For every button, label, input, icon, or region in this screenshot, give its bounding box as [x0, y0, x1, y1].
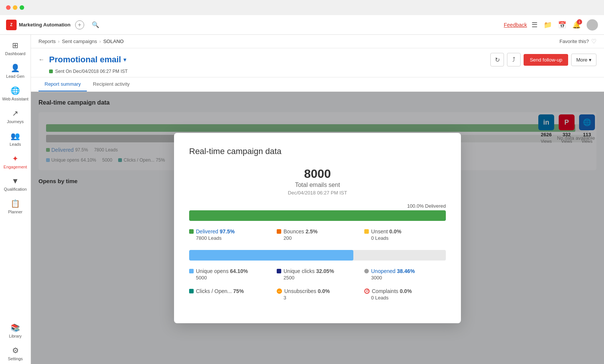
- stat-delivered: Delivered 97.5% 7800 Leads: [189, 228, 271, 241]
- search-button[interactable]: 🔍: [89, 20, 102, 30]
- sidebar-item-library[interactable]: 📚 Library: [1, 320, 30, 341]
- delivered-name[interactable]: Delivered 97.5%: [196, 228, 235, 234]
- maximize-dot[interactable]: [20, 5, 24, 10]
- app-name: Marketing Automation: [19, 22, 71, 28]
- unique-clicks-value: 2500: [284, 275, 358, 281]
- app-logo: Z Marketing Automation: [6, 20, 71, 30]
- sidebar-item-dashboard[interactable]: ⊞ Dashboard: [1, 38, 30, 59]
- sidebar-item-engagement[interactable]: ✦ Engagement: [1, 151, 30, 172]
- tab-report-summary[interactable]: Report summary: [39, 77, 87, 91]
- sidebar-label-engagement: Engagement: [3, 165, 27, 169]
- leadgen-icon: 👤: [11, 63, 20, 72]
- main-layout: ⊞ Dashboard 👤 Lead Gen 🌐 Web Assistant ↗…: [0, 35, 604, 364]
- open-progress-bar: [189, 250, 446, 261]
- unsent-value: 0 Leads: [371, 235, 446, 241]
- send-followup-button[interactable]: Send follow-up: [524, 54, 568, 66]
- sidebar-label-qualification: Qualification: [4, 187, 27, 191]
- total-emails-count: 8000: [189, 167, 446, 181]
- stat-clicks-open: Clicks / Open... 75%: [189, 288, 271, 301]
- planner-icon: 📋: [11, 199, 20, 208]
- journeys-icon: ↗: [12, 109, 18, 118]
- sidebar-label-planner: Planner: [8, 210, 23, 214]
- unopened-value: 3000: [371, 275, 446, 281]
- unsent-name: Unsent 0.0%: [371, 228, 401, 234]
- list-icon[interactable]: ☰: [532, 21, 538, 29]
- campaign-title-dropdown-icon[interactable]: ▾: [123, 57, 126, 63]
- sidebar-item-webassistant[interactable]: 🌐 Web Assistant: [1, 83, 30, 104]
- notification-badge: 1: [577, 19, 582, 25]
- settings-icon: ⚙: [12, 346, 19, 355]
- zoho-icon: Z: [6, 20, 17, 30]
- minimize-dot[interactable]: [13, 5, 17, 10]
- favorite-heart-icon[interactable]: ♡: [591, 38, 596, 45]
- modal: Real-time campaign data 8000 Total email…: [174, 133, 461, 323]
- calendar-icon[interactable]: 📅: [558, 21, 566, 29]
- refresh-icon: ↻: [495, 56, 500, 63]
- close-dot[interactable]: [6, 5, 11, 10]
- main-progress-bar: [189, 210, 446, 221]
- delivered-label-row: 100.0% Delivered: [189, 203, 446, 209]
- sidebar-item-leadgen[interactable]: 👤 Lead Gen: [1, 60, 30, 82]
- content-area: Reports › Sent campaigns › SOLANO Favori…: [31, 35, 604, 364]
- folder-icon[interactable]: 📁: [544, 21, 552, 29]
- refresh-button[interactable]: ↻: [490, 53, 504, 66]
- more-button[interactable]: More ▾: [571, 54, 596, 66]
- notifications-icon[interactable]: 🔔 1: [572, 21, 581, 29]
- breadcrumb-current: SOLANO: [103, 39, 123, 44]
- sent-label: Sent On Dec/04/2018 06:27 PM IST: [55, 69, 128, 74]
- tab-recipient-activity[interactable]: Recipient activity: [87, 77, 136, 91]
- breadcrumb-bar: Reports › Sent campaigns › SOLANO Favori…: [31, 35, 604, 48]
- campaign-title-text: Promotional email: [49, 55, 121, 65]
- total-emails-date: Dec/04/2018 06:27 PM IST: [189, 190, 446, 196]
- favorite-text: Favorite this?: [559, 39, 589, 44]
- favorite-section: Favorite this? ♡: [559, 38, 596, 45]
- sidebar-item-journeys[interactable]: ↗ Journeys: [1, 106, 30, 127]
- sent-info: Sent On Dec/04/2018 06:27 PM IST: [39, 69, 596, 77]
- modal-overlay[interactable]: Real-time campaign data 8000 Total email…: [31, 92, 604, 364]
- webassistant-icon: 🌐: [11, 86, 20, 95]
- breadcrumb-sep1: ›: [58, 39, 60, 44]
- sidebar-item-qualification[interactable]: ▼ Qualification: [1, 174, 30, 194]
- breadcrumb-sep2: ›: [99, 39, 101, 44]
- unsent-dot: [364, 229, 369, 234]
- dashboard-icon: ⊞: [12, 41, 18, 50]
- campaign-header: ← Promotional email ▾ ↻ ⤴ Send follow-up…: [31, 48, 604, 77]
- stat-unique-clicks: Unique clicks 32.05% 2500: [277, 268, 358, 281]
- share-button[interactable]: ⤴: [507, 53, 521, 66]
- bounces-dot: [277, 229, 281, 234]
- feedback-button[interactable]: Feedback: [504, 22, 527, 28]
- unsubscribes-dot: —: [277, 288, 282, 294]
- header-actions: ↻ ⤴ Send follow-up More ▾: [490, 53, 596, 66]
- progress-bar-fill: [189, 210, 446, 221]
- stats-grid-1: Delivered 97.5% 7800 Leads Bounces 2.5% …: [189, 228, 446, 241]
- clicks-open-name: Clicks / Open... 75%: [196, 288, 244, 294]
- unique-opens-name: Unique opens 64.10%: [196, 268, 248, 274]
- sidebar-item-planner[interactable]: 📋 Planner: [1, 196, 30, 217]
- sidebar-item-settings[interactable]: ⚙ Settings: [1, 343, 30, 364]
- delivered-value: 7800 Leads: [196, 235, 271, 241]
- unique-opens-value: 5000: [196, 275, 271, 281]
- tabs-row: Report summary Recipient activity: [31, 77, 604, 92]
- sidebar-label-leadgen: Lead Gen: [6, 74, 24, 79]
- sidebar-item-leads[interactable]: 👥 Leads: [1, 128, 30, 150]
- modal-title: Real-time campaign data: [189, 147, 446, 156]
- breadcrumb-sent-campaigns[interactable]: Sent campaigns: [62, 39, 97, 44]
- qualification-icon: ▼: [12, 177, 19, 185]
- top-nav: Z Marketing Automation + 🔍 Feedback ☰ 📁 …: [0, 15, 604, 35]
- breadcrumb: Reports › Sent campaigns › SOLANO: [39, 39, 124, 44]
- unique-clicks-dot: [277, 269, 281, 273]
- avatar[interactable]: [587, 19, 598, 31]
- share-icon: ⤴: [512, 56, 515, 63]
- unsubscribes-value: 3: [284, 295, 358, 301]
- sidebar-label-settings: Settings: [8, 356, 23, 361]
- back-button[interactable]: ←: [39, 56, 45, 63]
- library-icon: 📚: [11, 323, 20, 332]
- add-tab-button[interactable]: +: [75, 20, 84, 29]
- breadcrumb-reports[interactable]: Reports: [39, 39, 56, 44]
- stat-complaints: ∅ Complaints 0.0% 0 Leads: [364, 288, 446, 301]
- unique-clicks-name: Unique clicks 32.05%: [284, 268, 334, 274]
- unopened-name[interactable]: Unopened 38.46%: [371, 268, 415, 274]
- unopened-dot: [364, 269, 369, 273]
- complaints-value: 0 Leads: [371, 295, 446, 301]
- page-content: Real-time campaign data: [31, 92, 604, 364]
